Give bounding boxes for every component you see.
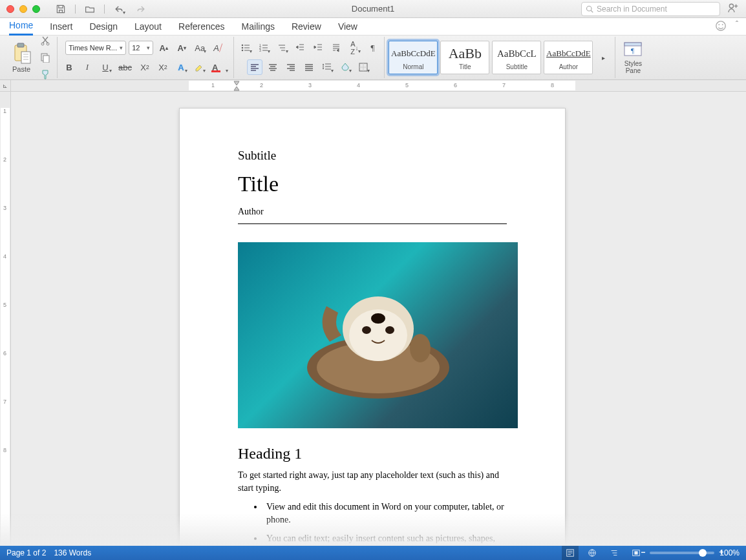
doc-author[interactable]: Author <box>238 207 507 217</box>
clear-formatting-button[interactable]: A⧸ <box>210 40 226 56</box>
underline-button[interactable]: U <box>98 59 113 75</box>
styles-gallery: AaBbCcDdE Normal AaBb Title AaBbCcL Subt… <box>389 41 611 74</box>
clipboard-group: Paste <box>4 37 58 78</box>
page[interactable]: Subtitle Title Author <box>179 108 566 546</box>
workspace: 1234 5678 Subtitle Title Author <box>0 92 746 546</box>
doc-heading-1[interactable]: Heading 1 <box>238 445 507 462</box>
style-title[interactable]: AaBb Title <box>440 41 489 74</box>
superscript-button[interactable]: X2 <box>155 59 171 75</box>
line-spacing-button[interactable] <box>319 59 335 75</box>
style-normal[interactable]: AaBbCcDdE Normal <box>389 41 438 74</box>
highlight-button[interactable] <box>191 59 207 75</box>
font-name-dropdown[interactable]: Times New R... <box>65 41 126 55</box>
tab-references[interactable]: References <box>178 19 225 35</box>
text-direction-button[interactable] <box>328 40 344 56</box>
svg-rect-20 <box>624 43 641 46</box>
style-author[interactable]: AaBbCcDdE Author <box>544 41 593 74</box>
view-web-layout-button[interactable] <box>584 546 601 560</box>
minimize-window-button[interactable] <box>19 5 27 13</box>
styles-pane-button[interactable]: ¶ Styles Pane <box>619 41 646 74</box>
align-left-button[interactable] <box>247 59 262 75</box>
sort-button[interactable]: AZ↓ <box>346 40 362 56</box>
doc-title[interactable]: Title <box>238 172 507 196</box>
justify-button[interactable] <box>301 59 317 75</box>
undo-button[interactable] <box>111 1 127 17</box>
redo-button[interactable] <box>133 1 149 17</box>
open-button[interactable] <box>82 1 98 17</box>
bullets-button[interactable] <box>238 40 253 56</box>
align-center-button[interactable] <box>265 59 281 75</box>
strikethrough-button[interactable]: abc <box>116 59 134 75</box>
doc-subtitle[interactable]: Subtitle <box>238 149 507 163</box>
numbering-button[interactable]: 123 <box>256 40 272 56</box>
subscript-button[interactable]: X2 <box>137 59 153 75</box>
svg-point-14 <box>242 50 244 52</box>
collapse-ribbon-button[interactable]: ˆ <box>736 20 738 34</box>
italic-button[interactable]: I <box>80 59 95 75</box>
tab-mailings[interactable]: Mailings <box>242 19 275 35</box>
tab-view[interactable]: View <box>338 19 357 35</box>
font-color-button[interactable]: A <box>209 59 229 75</box>
indent-markers[interactable] <box>230 80 243 91</box>
document-canvas[interactable]: Subtitle Title Author <box>11 92 746 546</box>
doc-bullet-list[interactable]: View and edit this document in Word on y… <box>238 501 507 546</box>
change-case-button[interactable]: Aa <box>192 40 208 56</box>
increase-indent-button[interactable] <box>310 40 326 56</box>
copy-button[interactable] <box>37 50 53 65</box>
search-icon <box>586 5 593 13</box>
grow-font-button[interactable]: A▴ <box>156 40 171 56</box>
list-item[interactable]: View and edit this document in Word on y… <box>264 501 507 526</box>
ribbon-tabs: Home Insert Design Layout References Mai… <box>0 18 746 35</box>
align-right-button[interactable] <box>283 59 299 75</box>
svg-marker-22 <box>234 81 239 85</box>
svg-text:3: 3 <box>259 48 261 52</box>
shading-button[interactable] <box>337 59 353 75</box>
font-group: Times New R... 12 A▴ A▾ Aa A⧸ B I U abc … <box>58 37 234 78</box>
cut-button[interactable] <box>37 33 53 48</box>
vertical-ruler[interactable]: 1234 5678 <box>0 92 11 546</box>
tab-insert[interactable]: Insert <box>50 19 72 35</box>
bold-button[interactable]: B <box>61 59 77 75</box>
ruler-corner[interactable]: ⊾ <box>0 80 11 91</box>
svg-point-4 <box>722 24 723 25</box>
save-button[interactable] <box>53 1 69 17</box>
paste-label: Paste <box>12 65 30 73</box>
font-size-dropdown[interactable]: 12 <box>129 41 153 55</box>
tab-design[interactable]: Design <box>89 19 118 35</box>
status-words[interactable]: 136 Words <box>54 548 91 557</box>
tab-home[interactable]: Home <box>9 17 33 36</box>
multilevel-list-button[interactable] <box>274 40 290 56</box>
otter-icon <box>301 271 456 400</box>
view-print-layout-button[interactable] <box>562 546 579 560</box>
search-placeholder: Search in Document <box>597 5 667 14</box>
svg-point-1 <box>729 4 733 8</box>
horizontal-ruler[interactable]: 1234 5678 <box>11 80 746 91</box>
svg-point-28 <box>362 326 371 334</box>
tab-review[interactable]: Review <box>292 19 321 35</box>
doc-separator <box>238 223 507 224</box>
doc-image[interactable] <box>238 242 518 428</box>
maximize-window-button[interactable] <box>32 5 40 13</box>
paste-button[interactable]: Paste <box>8 43 35 73</box>
text-effects-button[interactable]: A <box>173 59 189 75</box>
shrink-font-button[interactable]: A▾ <box>174 40 189 56</box>
status-bar: Page 1 of 2 136 Words 100% <box>0 546 746 560</box>
show-marks-button[interactable]: ¶ <box>365 40 380 56</box>
styles-gallery-more[interactable]: ▸ <box>595 41 611 74</box>
status-page[interactable]: Page 1 of 2 <box>6 548 46 557</box>
svg-point-3 <box>718 24 719 25</box>
tab-layout[interactable]: Layout <box>134 19 162 35</box>
zoom-slider[interactable] <box>650 552 714 554</box>
borders-button[interactable] <box>356 59 371 75</box>
view-outline-button[interactable] <box>606 546 623 560</box>
doc-paragraph[interactable]: To get started right away, just tap any … <box>238 469 507 494</box>
style-subtitle[interactable]: AaBbCcL Subtitle <box>492 41 541 74</box>
share-button[interactable] <box>728 3 740 15</box>
separator <box>75 5 76 14</box>
decrease-indent-button[interactable] <box>292 40 308 56</box>
close-window-button[interactable] <box>6 5 14 13</box>
feedback-icon[interactable] <box>715 20 727 34</box>
list-item[interactable]: You can edit text; easily insert content… <box>264 532 507 546</box>
title-bar: Document1 Search in Document <box>0 0 746 18</box>
search-input[interactable]: Search in Document <box>581 2 720 16</box>
